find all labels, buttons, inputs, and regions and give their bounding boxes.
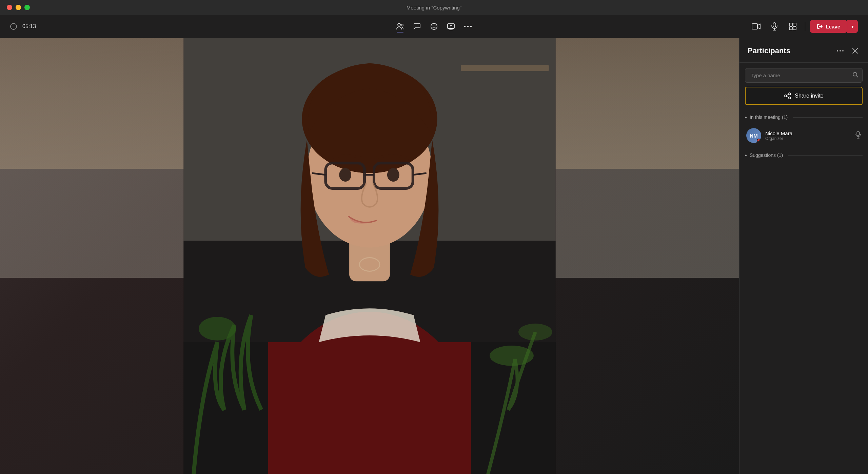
svg-rect-19	[461, 65, 549, 71]
svg-point-4	[435, 25, 435, 26]
in-meeting-label: In this meeting (1)	[750, 115, 788, 120]
svg-point-35	[490, 346, 534, 366]
avatar: NM	[746, 128, 761, 143]
suggestions-label: Suggestions (1)	[750, 152, 783, 158]
svg-point-0	[398, 23, 400, 26]
in-meeting-section-header[interactable]: ▸ In this meeting (1)	[745, 112, 863, 123]
close-window-button[interactable]	[7, 5, 12, 10]
toolbar-right: Leave ▾	[749, 19, 858, 34]
suggestions-section-header[interactable]: ▸ Suggestions (1)	[745, 150, 863, 161]
svg-line-45	[787, 97, 789, 98]
svg-rect-13	[789, 23, 792, 26]
panel-header: Participants	[739, 38, 868, 63]
svg-line-44	[787, 95, 789, 96]
toolbar-center	[393, 19, 475, 34]
maximize-window-button[interactable]	[24, 5, 30, 10]
svg-rect-10	[773, 23, 776, 27]
svg-rect-16	[793, 27, 796, 30]
toolbar-separator	[805, 22, 805, 31]
leave-label: Leave	[826, 24, 840, 29]
main-toolbar: 05:13	[0, 15, 868, 38]
svg-rect-14	[793, 23, 796, 26]
participant-name: Nicole Mara	[765, 130, 851, 136]
participant-role: Organizer	[765, 136, 851, 141]
svg-rect-22	[268, 342, 471, 474]
title-bar: Meeting in "Copywriting"	[0, 0, 868, 15]
svg-point-41	[789, 93, 791, 95]
share-invite-label: Share invite	[795, 93, 824, 99]
svg-rect-15	[789, 27, 792, 30]
video-area	[0, 38, 739, 474]
panel-close-button[interactable]	[849, 45, 861, 57]
search-input[interactable]	[745, 68, 863, 83]
svg-rect-9	[752, 24, 757, 29]
in-meeting-chevron: ▸	[745, 115, 747, 120]
svg-point-38	[840, 50, 841, 51]
avatar-initials: NM	[750, 133, 757, 139]
svg-point-39	[842, 50, 844, 51]
svg-point-43	[789, 97, 791, 99]
reactions-button[interactable]	[427, 19, 441, 34]
leave-dropdown-button[interactable]: ▾	[847, 20, 858, 33]
camera-button[interactable]	[749, 19, 764, 34]
leave-button-group: Leave ▾	[810, 20, 858, 33]
window-title: Meeting in "Copywriting"	[407, 5, 461, 11]
search-button[interactable]	[852, 71, 859, 79]
share-invite-button[interactable]: Share invite	[745, 87, 863, 105]
panel-content: Share invite ▸ In this meeting (1) NM Ni…	[739, 63, 868, 474]
meeting-timer: 05:13	[22, 23, 36, 29]
panel-more-options-button[interactable]	[834, 45, 846, 57]
panel-header-actions	[834, 45, 861, 57]
svg-point-37	[837, 50, 838, 51]
svg-point-36	[518, 324, 552, 341]
share-screen-button[interactable]	[443, 19, 458, 34]
svg-point-2	[431, 23, 437, 29]
leave-button[interactable]: Leave	[810, 20, 847, 33]
search-container	[745, 68, 863, 83]
suggestions-divider	[788, 155, 863, 156]
participants-button[interactable]	[393, 19, 408, 34]
svg-point-32	[387, 168, 399, 182]
content-area: Participants	[0, 38, 868, 474]
in-meeting-divider	[793, 117, 863, 118]
panel-title: Participants	[748, 46, 790, 55]
more-options-button[interactable]	[460, 19, 475, 34]
suggestions-chevron: ▸	[745, 153, 747, 158]
svg-point-31	[339, 168, 351, 182]
layout-button[interactable]	[785, 19, 800, 34]
svg-point-1	[401, 24, 403, 26]
svg-point-42	[785, 95, 787, 97]
svg-point-8	[470, 26, 472, 27]
svg-point-6	[464, 26, 466, 27]
chat-button[interactable]	[410, 19, 425, 34]
svg-point-3	[433, 25, 433, 26]
window-controls	[0, 5, 30, 10]
svg-point-7	[467, 26, 469, 27]
avatar-status	[757, 139, 761, 143]
participant-item[interactable]: NM Nicole Mara Organizer	[745, 125, 863, 146]
participants-panel: Participants	[739, 38, 868, 474]
svg-rect-46	[857, 131, 860, 136]
participant-info: Nicole Mara Organizer	[765, 130, 851, 141]
person-figure	[0, 38, 739, 474]
participant-mute-icon	[855, 131, 861, 140]
record-indicator	[10, 23, 17, 30]
svg-point-34	[199, 317, 236, 341]
share-icon	[784, 92, 791, 100]
toolbar-left: 05:13	[10, 23, 36, 30]
video-feed	[0, 38, 739, 474]
microphone-button[interactable]	[767, 19, 782, 34]
minimize-window-button[interactable]	[16, 5, 21, 10]
